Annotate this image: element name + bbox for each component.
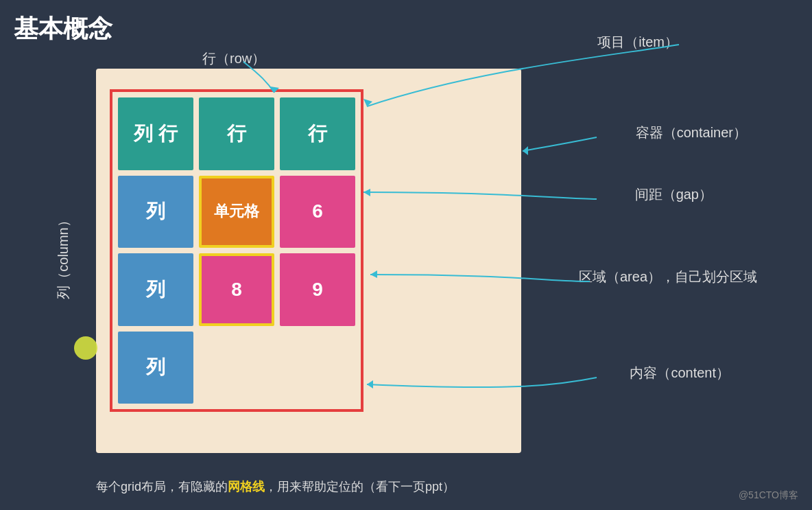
grid-cell-9: 9: [280, 253, 355, 326]
area-label: 区域（area），自己划分区域: [579, 268, 757, 286]
grid-cell-8: 8: [199, 253, 274, 326]
grid-cell-10: 列: [118, 332, 193, 404]
css-grid: 列 行 行 行 列 单元格 6 列 8 9 列: [110, 89, 363, 412]
grid-cell-6: 6: [280, 176, 355, 248]
grid-cell-1: 列 行: [118, 97, 193, 170]
grid-cell-3: 行: [280, 97, 355, 170]
grid-cell-2: 行: [199, 97, 274, 170]
item-label: 项目（item）: [597, 33, 678, 51]
bottom-text-after: ，用来帮助定位的（看下一页ppt）: [265, 480, 455, 494]
watermark: @51CTO博客: [739, 489, 798, 502]
container-label: 容器（container）: [636, 124, 747, 142]
content-label: 内容（content）: [630, 364, 730, 382]
row-label: 行（row）: [202, 49, 265, 68]
page-title: 基本概念: [14, 12, 112, 46]
grid-cell-5: 单元格: [199, 176, 274, 248]
grid-cell-11: [199, 332, 274, 404]
cursor-indicator: [74, 336, 97, 360]
bottom-text-highlight: 网格线: [228, 480, 265, 494]
grid-cell-4: 列: [118, 176, 193, 248]
grid-cell-7: 列: [118, 253, 193, 326]
bottom-text-before: 每个grid布局，有隐藏的: [96, 480, 228, 494]
gap-label: 间距（gap）: [635, 185, 713, 204]
grid-cell-12: [280, 332, 355, 404]
column-label: 列（column）: [54, 213, 73, 299]
svg-marker-2: [523, 146, 528, 155]
bottom-text: 每个grid布局，有隐藏的网格线，用来帮助定位的（看下一页ppt）: [96, 478, 455, 495]
